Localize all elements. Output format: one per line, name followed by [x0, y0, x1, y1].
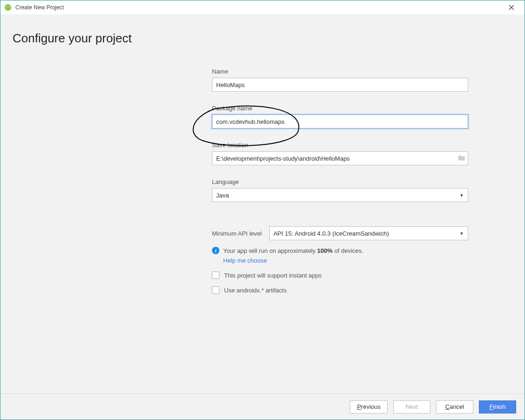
instant-apps-row[interactable]: This project will support instant apps	[212, 271, 468, 279]
previous-button[interactable]: Previous	[350, 400, 388, 413]
cancel-button[interactable]: Cancel	[436, 400, 473, 413]
api-select[interactable]: API 15: Android 4.0.3 (IceCreamSandwich)…	[269, 226, 468, 240]
name-label: Name	[212, 68, 468, 75]
package-input[interactable]	[212, 115, 468, 129]
language-value: Java	[216, 192, 229, 199]
info-icon: i	[212, 247, 219, 254]
language-label: Language	[212, 178, 468, 185]
window-title: Create New Project	[15, 4, 502, 11]
chevron-down-icon: ▼	[459, 231, 464, 236]
chevron-down-icon: ▼	[459, 193, 464, 198]
page-title: Configure your project	[13, 31, 512, 46]
name-input[interactable]	[212, 78, 468, 92]
save-group: Save location	[212, 142, 468, 165]
instant-apps-checkbox[interactable]	[212, 271, 219, 279]
androidx-row[interactable]: Use androidx.* artifacts	[212, 286, 468, 294]
package-group: Package name	[212, 105, 468, 129]
svg-point-1	[7, 7, 7, 7]
dialog-footer: Previous Next Cancel Finish	[0, 393, 525, 420]
dialog-body: Configure your project Name Package name…	[0, 14, 525, 393]
language-group: Language Java ▼	[212, 178, 468, 202]
svg-point-2	[9, 7, 10, 7]
package-label: Package name	[212, 105, 468, 112]
titlebar[interactable]: Create New Project	[0, 0, 525, 14]
name-group: Name	[212, 68, 468, 92]
device-info-row: i Your app will run on approximately 100…	[212, 247, 468, 254]
instant-apps-label: This project will support instant apps	[224, 272, 322, 279]
save-label: Save location	[212, 142, 468, 149]
close-icon[interactable]	[502, 4, 521, 12]
androidx-label: Use androidx.* artifacts	[224, 287, 286, 294]
language-select[interactable]: Java ▼	[212, 188, 468, 202]
svg-point-0	[5, 4, 11, 11]
finish-button[interactable]: Finish	[479, 400, 516, 413]
app-icon	[4, 4, 12, 11]
device-info-text: Your app will run on approximately 100% …	[223, 247, 363, 254]
api-group: Minimum API level API 15: Android 4.0.3 …	[212, 226, 468, 240]
dialog-window: Create New Project Configure your projec…	[0, 0, 525, 420]
form-column: Name Package name Save location	[212, 68, 468, 294]
browse-folder-icon[interactable]	[458, 155, 465, 163]
api-value: API 15: Android 4.0.3 (IceCreamSandwich)	[273, 230, 389, 237]
help-choose-link[interactable]: Help me choose	[223, 257, 267, 264]
next-button: Next	[393, 400, 430, 413]
save-input[interactable]	[212, 151, 468, 165]
api-label: Minimum API level	[212, 230, 262, 237]
androidx-checkbox[interactable]	[212, 286, 219, 294]
